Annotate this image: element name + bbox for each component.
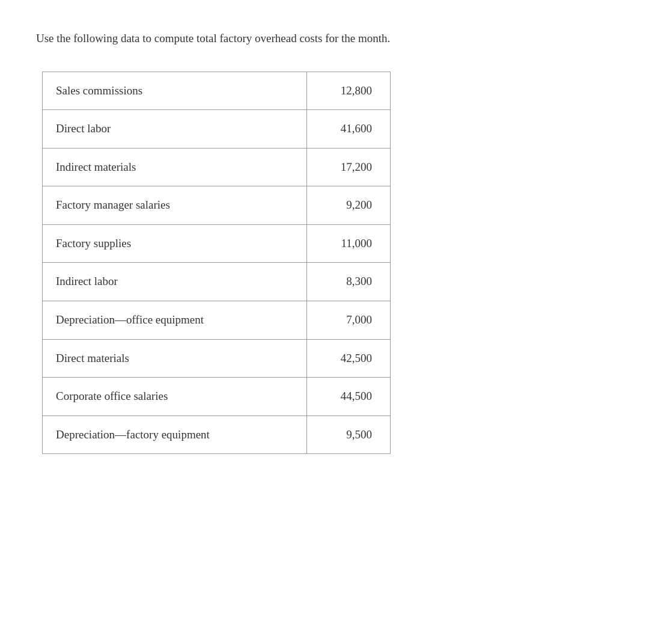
row-label: Indirect labor	[43, 263, 307, 301]
table-row: Direct materials42,500	[43, 339, 391, 378]
row-label: Depreciation—office equipment	[43, 301, 307, 340]
row-value: 8,300	[307, 263, 391, 301]
table-row: Indirect materials17,200	[43, 148, 391, 186]
table-row: Sales commissions12,800	[43, 72, 391, 110]
table-row: Indirect labor8,300	[43, 263, 391, 301]
table-row: Direct labor41,600	[43, 110, 391, 149]
row-value: 7,000	[307, 301, 391, 340]
row-value: 42,500	[307, 339, 391, 378]
table-row: Corporate office salaries44,500	[43, 378, 391, 416]
row-value: 12,800	[307, 72, 391, 110]
row-value: 9,500	[307, 416, 391, 454]
table-row: Depreciation—office equipment7,000	[43, 301, 391, 340]
row-value: 11,000	[307, 224, 391, 263]
table-row: Factory manager salaries9,200	[43, 186, 391, 225]
row-label: Factory manager salaries	[43, 186, 307, 225]
row-label: Sales commissions	[43, 72, 307, 110]
instruction-text: Use the following data to compute total …	[36, 30, 613, 48]
row-label: Direct labor	[43, 110, 307, 149]
table-row: Depreciation—factory equipment9,500	[43, 416, 391, 454]
row-label: Depreciation—factory equipment	[43, 416, 307, 454]
row-label: Factory supplies	[43, 224, 307, 263]
cost-table: Sales commissions12,800Direct labor41,60…	[42, 72, 391, 455]
row-label: Direct materials	[43, 339, 307, 378]
row-value: 17,200	[307, 148, 391, 186]
row-value: 44,500	[307, 378, 391, 416]
row-label: Corporate office salaries	[43, 378, 307, 416]
row-value: 9,200	[307, 186, 391, 225]
table-row: Factory supplies11,000	[43, 224, 391, 263]
row-value: 41,600	[307, 110, 391, 149]
row-label: Indirect materials	[43, 148, 307, 186]
